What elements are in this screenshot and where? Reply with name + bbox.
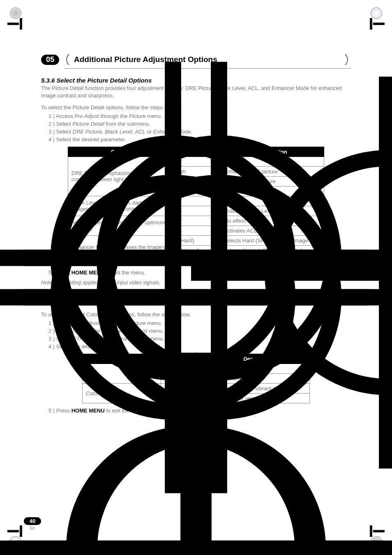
- page-number: 40: [24, 517, 41, 525]
- page-language: En: [24, 526, 41, 530]
- document-page: 05 Additional Picture Adjustment Options…: [0, 0, 392, 555]
- page-number-block: 40 En: [24, 517, 41, 530]
- registration-mark-icon: [191, 0, 392, 550]
